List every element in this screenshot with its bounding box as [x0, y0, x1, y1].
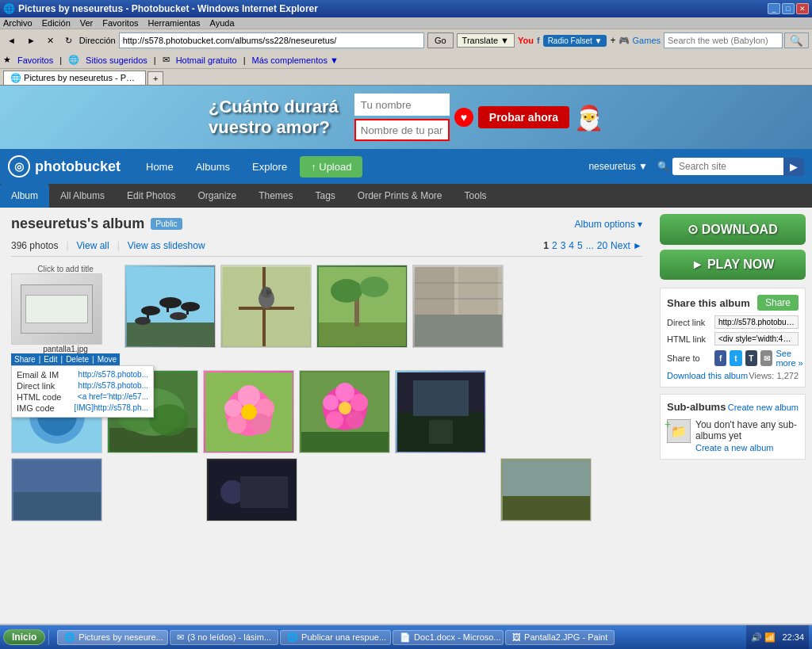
pb-user-menu[interactable]: neseuretus ▼	[588, 161, 648, 172]
share-title: Share this album	[667, 297, 750, 309]
translate-button[interactable]: Translate ▼	[457, 33, 515, 48]
page-2[interactable]: 2	[552, 240, 557, 251]
sitios-link[interactable]: Sitios sugeridos	[86, 55, 147, 65]
address-input[interactable]	[119, 32, 424, 48]
go-button[interactable]: Go	[427, 32, 454, 48]
page-4[interactable]: 4	[569, 240, 574, 251]
share-html-value[interactable]: <div style='width:480px;text-align:right…	[714, 332, 799, 345]
download-button[interactable]: ⊙ DOWNLOAD	[660, 214, 806, 245]
photo-thumb-13[interactable]	[500, 458, 592, 521]
restore-button[interactable]: □	[782, 3, 795, 14]
sub-albums-header: Sub-albums Create new album	[667, 401, 799, 413]
menu-edicion[interactable]: Edición	[42, 18, 71, 28]
subnav-tags[interactable]: Tags	[304, 184, 346, 208]
tumblr-share-icon[interactable]: T	[745, 350, 757, 366]
see-more-link[interactable]: See more »	[776, 349, 810, 368]
search-button[interactable]: 🔍	[784, 32, 809, 48]
public-badge: Public	[151, 218, 182, 230]
forward-button[interactable]: ►	[23, 33, 40, 48]
email-share-icon[interactable]: ✉	[760, 350, 772, 366]
menu-herramientas[interactable]: Herramientas	[148, 18, 201, 28]
page-3[interactable]: 3	[561, 240, 566, 251]
screenshot-preview	[21, 284, 92, 334]
photo-thumb-12[interactable]	[206, 458, 297, 521]
share-action[interactable]: Share	[14, 355, 36, 364]
photo-thumb-9[interactable]	[299, 370, 390, 453]
photo-thumb-8[interactable]	[203, 370, 294, 453]
page-1[interactable]: 1	[543, 240, 549, 251]
photo-thumb-2[interactable]	[124, 265, 216, 348]
new-tab-button[interactable]: +	[147, 71, 163, 85]
create-album-link[interactable]: Create a new album	[695, 443, 799, 452]
dark-photo	[209, 460, 296, 520]
next-page-button[interactable]: Next ►	[611, 240, 642, 251]
edit-action[interactable]: Edit	[44, 355, 57, 364]
subnav-all-albums[interactable]: All Albums	[49, 184, 116, 208]
slideshow-link[interactable]: View as slideshow	[128, 240, 205, 251]
pb-nav-home[interactable]: Home	[136, 156, 183, 178]
play-button[interactable]: ► PLAY NOW	[660, 250, 806, 280]
facebook-share-icon[interactable]: f	[714, 350, 726, 366]
pb-nav: ◎ photobucket Home Albums Explore ↑ Uplo…	[0, 149, 812, 184]
back-button[interactable]: ◄	[3, 33, 20, 48]
pb-search-submit[interactable]: ▶	[783, 158, 804, 176]
download-album-link[interactable]: Download this album	[667, 371, 748, 380]
subnav-themes[interactable]: Themes	[247, 184, 304, 208]
share-direct-value[interactable]: http://s578.photobucket.com/albums/ss228…	[714, 315, 799, 329]
photo-thumb-10[interactable]	[395, 370, 486, 453]
menu-ayuda[interactable]: Ayuda	[210, 18, 235, 28]
hotmail-link[interactable]: Hotmail gratuito	[176, 55, 237, 65]
add-title-label[interactable]: Click to add title	[11, 265, 120, 273]
games-link[interactable]: 🎮 Games	[619, 36, 661, 46]
photo-thumb-11[interactable]	[11, 458, 102, 521]
share-button[interactable]: Share	[757, 295, 799, 311]
svg-rect-8	[167, 304, 169, 312]
favoritos-icon: ★	[3, 55, 11, 65]
pb-nav-albums[interactable]: Albums	[186, 156, 239, 178]
photo-thumb-4[interactable]	[316, 265, 408, 348]
subnav-album[interactable]: Album	[0, 184, 49, 208]
photo-thumb-1[interactable]	[11, 273, 102, 345]
separator3: |	[243, 55, 246, 65]
active-tab[interactable]: 🌐 Pictures by neseuretus - Photobucket ✕	[3, 71, 146, 85]
photo-thumb-3[interactable]	[220, 265, 312, 348]
stop-button[interactable]: ✕	[43, 33, 58, 48]
popup-row-email: Email & IM http://s578.photob...	[17, 369, 148, 380]
plus-btn[interactable]: +	[610, 35, 615, 46]
subnav-order-prints[interactable]: Order Prints & More	[347, 184, 454, 208]
search-input[interactable]	[664, 32, 783, 48]
album-options-button[interactable]: Album options ▾	[575, 219, 642, 230]
favoritos-link[interactable]: Favoritos	[17, 55, 53, 65]
subnav-organize[interactable]: Organize	[186, 184, 247, 208]
photo-thumb-5[interactable]	[412, 265, 504, 348]
complementos-link[interactable]: Más complementos ▼	[252, 55, 339, 65]
view-all-link[interactable]: View all	[77, 240, 109, 251]
ad-submit-button[interactable]: Probar ahora	[478, 106, 569, 128]
twitter-share-icon[interactable]: t	[730, 350, 741, 366]
radio-btn[interactable]: Radio Falset ▼	[543, 35, 607, 47]
download-views-row: Download this album Views: 1,272	[667, 371, 799, 380]
views-number: 1,272	[776, 371, 799, 380]
menu-favoritos[interactable]: Favoritos	[102, 18, 138, 28]
ad-name-input[interactable]	[354, 94, 450, 116]
refresh-button[interactable]: ↻	[61, 33, 76, 48]
pb-upload-button[interactable]: ↑ Upload	[300, 156, 362, 178]
move-action[interactable]: Move	[98, 355, 117, 364]
delete-action[interactable]: Delete	[66, 355, 89, 364]
subnav-edit-photos[interactable]: Edit Photos	[116, 184, 186, 208]
photo-controls: 396 photos | View all | View as slidesho…	[11, 240, 642, 257]
minimize-button[interactable]: _	[768, 3, 780, 14]
pb-nav-explore[interactable]: Explore	[243, 156, 297, 178]
pb-search-input[interactable]	[672, 158, 783, 175]
menu-ver[interactable]: Ver	[80, 18, 94, 28]
subnav-tools[interactable]: Tools	[454, 184, 498, 208]
close-button[interactable]: ✕	[796, 3, 809, 14]
page-5[interactable]: 5	[577, 240, 583, 251]
views-label: Views:	[749, 371, 774, 380]
ad-partner-input[interactable]	[354, 119, 450, 141]
create-new-album-link[interactable]: Create new album	[728, 403, 799, 412]
menu-archivo[interactable]: Archivo	[3, 18, 33, 28]
popup-row-html: HTML code <a href='http://e57...	[17, 391, 148, 403]
landscape-photo	[503, 460, 590, 520]
page-20[interactable]: 20	[597, 240, 607, 251]
